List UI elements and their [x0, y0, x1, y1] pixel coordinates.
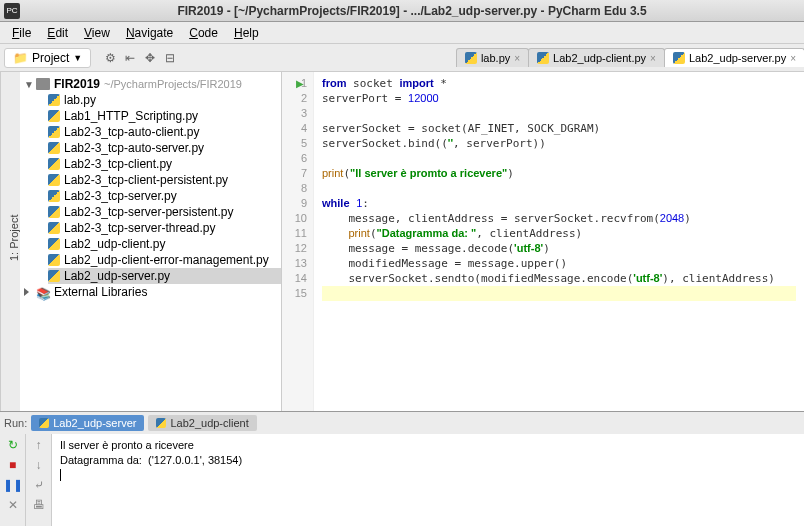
python-icon [48, 270, 60, 282]
run-header: Run: Lab2_udp-server Lab2_udp-client [0, 412, 804, 434]
run-marker-icon[interactable]: ▶ [296, 76, 304, 91]
tree-external-libs[interactable]: 📚 External Libraries [20, 284, 281, 300]
print-icon[interactable]: 🖶 [33, 498, 45, 512]
file-item[interactable]: Lab2-3_tcp-auto-server.py [48, 140, 281, 156]
window-title: FIR2019 - [~/PycharmProjects/FIR2019] - … [24, 4, 800, 18]
menu-help[interactable]: Help [226, 26, 267, 40]
title-bar: PC FIR2019 - [~/PycharmProjects/FIR2019]… [0, 0, 804, 22]
menu-edit[interactable]: Edit [39, 26, 76, 40]
project-tool-label: Project [32, 51, 69, 65]
python-icon [48, 142, 60, 154]
tab-udp-client[interactable]: Lab2_udp-client.py× [528, 48, 665, 67]
python-icon [48, 222, 60, 234]
wrap-icon[interactable]: ⤶ [34, 478, 44, 492]
tree-root-path: ~/PycharmProjects/FIR2019 [104, 78, 242, 90]
python-icon [673, 52, 685, 64]
app-icon: PC [4, 3, 20, 19]
gear-icon[interactable]: ⚙ [101, 49, 119, 67]
chevron-down-icon[interactable]: ▼ [24, 79, 36, 90]
code-area[interactable]: from socket import * serverPort = 12000 … [314, 72, 804, 411]
external-libs-label: External Libraries [54, 285, 147, 299]
tree-root[interactable]: ▼ FIR2019 ~/PycharmProjects/FIR2019 [20, 76, 281, 92]
run-body: ↻ ■ ❚❚ ✕ ↑ ↓ ⤶ 🖶 Il server è pronto a ri… [0, 434, 804, 526]
run-controls-right: ↑ ↓ ⤶ 🖶 [26, 434, 52, 526]
file-item[interactable]: Lab2-3_tcp-client.py [48, 156, 281, 172]
project-panel: ▼ FIR2019 ~/PycharmProjects/FIR2019 lab.… [20, 72, 282, 411]
python-icon [48, 94, 60, 106]
run-label: Run: [4, 417, 27, 429]
folder-icon [36, 78, 50, 90]
file-item[interactable]: Lab2-3_tcp-client-persistent.py [48, 172, 281, 188]
python-icon [48, 126, 60, 138]
python-icon [48, 206, 60, 218]
file-item[interactable]: Lab2-3_tcp-server-thread.py [48, 220, 281, 236]
file-item[interactable]: Lab1_HTTP_Scripting.py [48, 108, 281, 124]
tab-udp-server[interactable]: Lab2_udp-server.py× [664, 48, 804, 67]
python-icon [48, 110, 60, 122]
chevron-right-icon[interactable] [24, 287, 36, 298]
folder-icon: 📁 [13, 51, 28, 65]
python-icon [48, 158, 60, 170]
main-area: 1: Project ▼ FIR2019 ~/PycharmProjects/F… [0, 72, 804, 411]
close-icon[interactable]: ✕ [8, 498, 18, 512]
close-icon[interactable]: × [514, 53, 520, 64]
collapse-icon[interactable]: ⇤ [121, 49, 139, 67]
cursor [60, 469, 61, 481]
file-item[interactable]: Lab2_udp-client.py [48, 236, 281, 252]
menu-navigate[interactable]: Navigate [118, 26, 181, 40]
python-icon [48, 190, 60, 202]
close-icon[interactable]: × [790, 53, 796, 64]
file-item-selected[interactable]: Lab2_udp-server.py [48, 268, 281, 284]
tree-root-label: FIR2019 [54, 77, 100, 91]
menu-bar: File Edit View Navigate Code Help [0, 22, 804, 44]
python-icon [48, 238, 60, 250]
python-icon [48, 254, 60, 266]
file-item[interactable]: Lab2-3_tcp-server-persistent.py [48, 204, 281, 220]
pause-icon[interactable]: ❚❚ [3, 478, 23, 492]
stop-icon[interactable]: ■ [9, 458, 16, 472]
file-item[interactable]: Lab2-3_tcp-server.py [48, 188, 281, 204]
file-item[interactable]: Lab2_udp-client-error-management.py [48, 252, 281, 268]
menu-view[interactable]: View [76, 26, 118, 40]
editor-tabs: lab.py× Lab2_udp-client.py× Lab2_udp-ser… [446, 48, 804, 67]
file-item[interactable]: Lab2-3_tcp-auto-client.py [48, 124, 281, 140]
hide-icon[interactable]: ⊟ [161, 49, 179, 67]
python-icon [465, 52, 477, 64]
file-item[interactable]: lab.py [48, 92, 281, 108]
up-icon[interactable]: ↑ [36, 438, 42, 452]
menu-file[interactable]: File [4, 26, 39, 40]
python-icon [48, 174, 60, 186]
python-icon [39, 418, 49, 428]
run-tab-client[interactable]: Lab2_udp-client [148, 415, 256, 431]
python-icon [537, 52, 549, 64]
python-icon [156, 418, 166, 428]
editor[interactable]: ▶ 123456789101112131415 from socket impo… [282, 72, 804, 411]
down-icon[interactable]: ↓ [36, 458, 42, 472]
expand-icon[interactable]: ✥ [141, 49, 159, 67]
run-panel: Run: Lab2_udp-server Lab2_udp-client ↻ ■… [0, 411, 804, 526]
project-tree: ▼ FIR2019 ~/PycharmProjects/FIR2019 lab.… [20, 72, 281, 304]
gutter: ▶ 123456789101112131415 [282, 72, 314, 411]
chevron-down-icon: ▼ [73, 53, 82, 63]
run-controls-left: ↻ ■ ❚❚ ✕ [0, 434, 26, 526]
project-side-tab[interactable]: 1: Project [0, 72, 20, 411]
close-icon[interactable]: × [650, 53, 656, 64]
project-tool-button[interactable]: 📁 Project ▼ [4, 48, 91, 68]
tab-lab[interactable]: lab.py× [456, 48, 529, 67]
run-tab-server[interactable]: Lab2_udp-server [31, 415, 144, 431]
console-output[interactable]: Il server è pronto a ricevere Datagramma… [52, 434, 804, 526]
toolbar: 📁 Project ▼ ⚙ ⇤ ✥ ⊟ lab.py× Lab2_udp-cli… [0, 44, 804, 72]
rerun-icon[interactable]: ↻ [8, 438, 18, 452]
menu-code[interactable]: Code [181, 26, 226, 40]
library-icon: 📚 [36, 287, 50, 297]
project-toolbar-icons: ⚙ ⇤ ✥ ⊟ [95, 49, 185, 67]
